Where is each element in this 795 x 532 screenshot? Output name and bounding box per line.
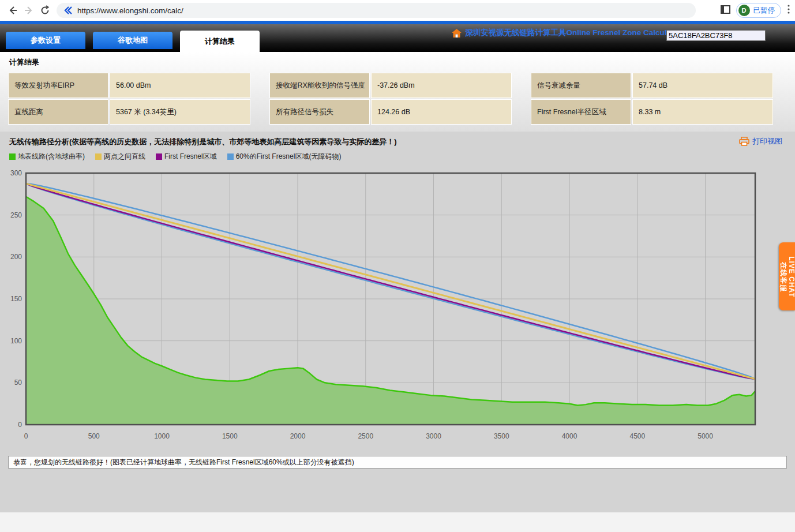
site-title: 深圳安视源无线链路计算工具Online Fresnel Zone Calcula… (452, 28, 681, 38)
svg-text:100: 100 (10, 337, 22, 345)
result-value-rx-strength: -37.26 dBm (371, 73, 512, 98)
svg-text:2500: 2500 (358, 432, 373, 440)
print-view-link[interactable]: 打印视图 (739, 136, 782, 147)
result-label-fade-margin: 信号衰减余量 (531, 73, 631, 98)
live-chat-tab[interactable]: LIVE CHAT 在线客服 (779, 242, 795, 310)
svg-text:4500: 4500 (629, 432, 645, 440)
legend-item-terrain: 地表线路(含地球曲率) (9, 152, 85, 162)
result-value-fresnel-radius: 8.33 m (632, 99, 773, 125)
home-icon (452, 29, 462, 38)
legend-item-direct-line: 两点之间直线 (95, 152, 145, 162)
page-footer (0, 512, 795, 532)
svg-text:150: 150 (10, 295, 22, 303)
svg-text:4000: 4000 (562, 432, 578, 440)
svg-text:500: 500 (88, 432, 100, 440)
result-message: 恭喜，您规划的无线链路很好！(图表已经计算地球曲率，无线链路First Fres… (8, 456, 787, 469)
table-gap (250, 73, 269, 98)
table-gap (512, 73, 531, 98)
results-heading: 计算结果 (9, 57, 795, 68)
svg-text:200: 200 (10, 253, 22, 261)
tab-calc-results[interactable]: 计算结果 (180, 31, 260, 52)
menu-dots-icon[interactable] (787, 4, 790, 17)
tab-bar: 参数设置 谷歌地图 计算结果 (6, 31, 260, 52)
result-label-path-loss: 所有路径信号损失 (269, 99, 370, 125)
svg-text:3500: 3500 (494, 432, 509, 440)
live-chat-label-en: LIVE CHAT (787, 245, 795, 309)
forward-button[interactable] (21, 2, 37, 18)
tab-parameter-settings[interactable]: 参数设置 (6, 32, 85, 49)
site-title-text: 深圳安视源无线链路计算工具Online Fresnel Zone Calcula… (465, 28, 681, 38)
result-value-distance: 5367 米 (3.34英里) (110, 99, 250, 125)
site-favicon-icon (63, 6, 73, 15)
sidepanel-icon[interactable] (721, 5, 730, 17)
path-analysis-section: 无线传输路径分析(依据等高线的历史数据，无法排除特别是城市、市郊等地表如高层建筑… (0, 132, 795, 512)
analysis-title: 无线传输路径分析(依据等高线的历史数据，无法排除特别是城市、市郊等地表如高层建筑… (9, 137, 397, 146)
legend-item-fresnel: First Fresnel区域 (156, 152, 217, 162)
svg-text:3000: 3000 (426, 432, 441, 440)
svg-text:0: 0 (24, 432, 28, 440)
live-chat-label-zh: 在线客服 (779, 245, 787, 309)
tab-google-map[interactable]: 谷歌地图 (93, 32, 172, 49)
svg-text:0: 0 (18, 421, 22, 429)
fresnel-60-swatch (227, 153, 234, 160)
svg-text:5000: 5000 (697, 432, 713, 440)
url-input[interactable] (77, 6, 689, 15)
reload-button[interactable] (37, 2, 53, 18)
result-value-path-loss: 124.26 dB (371, 99, 512, 125)
terrain-swatch (9, 153, 16, 160)
back-button[interactable] (5, 2, 21, 18)
svg-text:50: 50 (14, 379, 22, 387)
table-gap (512, 99, 531, 125)
result-label-rx-strength: 接收端RX能收到的信号强度 (269, 73, 370, 98)
result-value-fade-margin: 57.74 dB (632, 73, 773, 98)
result-value-eirp: 56.00 dBm (110, 73, 250, 98)
svg-text:1000: 1000 (154, 432, 170, 440)
sync-paused-label: 已暂停 (753, 6, 775, 16)
result-label-eirp: 等效发射功率EIRP (8, 73, 108, 98)
browser-toolbar: D 已暂停 (0, 0, 795, 21)
fresnel-swatch (156, 153, 162, 160)
address-bar[interactable] (57, 3, 696, 18)
legend-item-fresnel-60: 60%的First Fresnel区域(无障碍物) (227, 152, 342, 162)
path-analysis-chart: 0501001502002503000500100015002000250030… (0, 163, 777, 451)
svg-text:2000: 2000 (290, 432, 306, 440)
results-section: 计算结果 等效发射功率EIRP 56.00 dBm 接收端RX能收到的信号强度 … (0, 52, 795, 132)
serial-number-field[interactable] (666, 30, 766, 41)
svg-text:1500: 1500 (222, 432, 238, 440)
results-table: 等效发射功率EIRP 56.00 dBm 接收端RX能收到的信号强度 -37.2… (8, 73, 795, 125)
result-label-distance: 直线距离 (8, 99, 108, 125)
svg-text:250: 250 (10, 211, 22, 219)
table-gap (250, 99, 269, 125)
profile-button[interactable]: D 已暂停 (736, 3, 782, 18)
avatar: D (738, 5, 750, 16)
page-header: 参数设置 谷歌地图 计算结果 深圳安视源无线链路计算工具Online Fresn… (0, 24, 795, 52)
direct-line-swatch (95, 153, 102, 160)
printer-icon (739, 137, 749, 146)
print-view-label: 打印视图 (752, 136, 782, 147)
svg-text:300: 300 (10, 169, 22, 177)
chart-legend: 地表线路(含地球曲率) 两点之间直线 First Fresnel区域 60%的F… (0, 148, 795, 163)
result-label-fresnel-radius: First Fresnel半径区域 (531, 99, 631, 125)
